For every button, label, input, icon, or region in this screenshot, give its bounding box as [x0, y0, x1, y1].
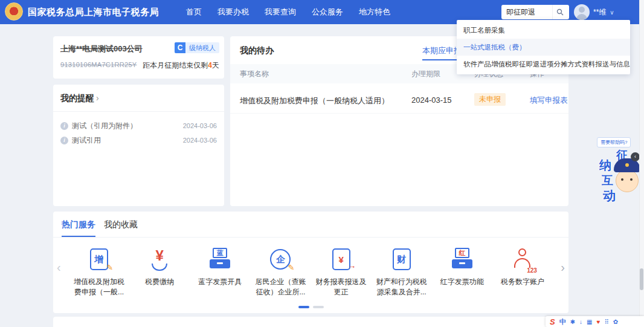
tab-my-favorites[interactable]: 我的收藏	[104, 219, 138, 230]
company-name: 上海**电局测试003公司	[60, 44, 143, 54]
carousel-next-icon[interactable]: ›	[561, 261, 565, 273]
nav-item-inquiry[interactable]: 我要查询	[265, 7, 296, 18]
service-red-invoice[interactable]: 红 红字发票功能	[432, 247, 492, 297]
reminder-text: 测试引用	[72, 135, 183, 146]
pencil-icon: ✎	[106, 263, 113, 272]
mascot-collapse-button[interactable]: ‹	[631, 152, 640, 161]
avatar[interactable]	[574, 4, 590, 20]
reminder-date: 2024-03-06	[183, 122, 217, 129]
mascot-char: 互	[602, 173, 613, 189]
filing-deadline-countdown: 距本月征期结束仅剩4天	[143, 60, 219, 71]
grade-label: 级纳税人	[185, 42, 219, 53]
divider	[53, 111, 224, 112]
pagination-dot-active[interactable]	[298, 306, 309, 308]
resident-enterprise-icon: 企 ✎	[267, 247, 294, 273]
nav-item-tax-services[interactable]: 我要办税	[217, 7, 249, 18]
fill-declaration-link[interactable]: 填写申报表	[530, 96, 568, 106]
carousel-pagination	[53, 306, 568, 308]
service-vat-declaration[interactable]: 增 ✎ 增值税及附加税费申报（一般...	[69, 247, 129, 297]
pencil-icon: ✎	[288, 263, 295, 272]
reminder-item[interactable]: i 测试（引用为附件） 2024-03-06	[60, 120, 217, 132]
todo-item-name: 增值税及附加税费申报（一般纳税人适用）	[240, 96, 389, 106]
services-card: 热门服务 我的收藏 ‹ › 增 ✎ 增值税及附加税费申报（一般... ¥ 税费缴…	[53, 212, 568, 313]
sogou-logo-icon[interactable]: S	[550, 317, 555, 326]
property-tax-icon: 财	[388, 247, 415, 273]
grade-letter: C	[175, 42, 185, 53]
main-nav: 首页 我要办税 我要查询 公众服务 地方特色	[186, 0, 390, 24]
chevron-down-icon[interactable]: ∨	[610, 9, 614, 16]
taxpayer-grade-badge[interactable]: C 级纳税人	[175, 42, 219, 53]
reminders-title[interactable]: 我的提醒›	[60, 93, 99, 104]
arrow-right-icon: ›	[96, 93, 99, 103]
service-financial-report[interactable]: ¥ → 财务报表报送及更正	[311, 247, 372, 297]
search-icon[interactable]	[552, 5, 567, 19]
red-invoice-icon: 红	[449, 247, 475, 273]
ime-tool-icon[interactable]: ✿	[613, 319, 618, 325]
service-blue-invoice[interactable]: 蓝 蓝字发票开具	[190, 247, 250, 297]
blue-invoice-icon: 蓝	[207, 247, 233, 273]
service-resident-enterprise[interactable]: 企 ✎ 居民企业（查账征收）企业所...	[250, 247, 311, 297]
app-title: 国家税务总局上海市电子税务局	[28, 0, 159, 24]
service-label: 增值税及附加税费申报（一般...	[69, 277, 129, 297]
status-badge: 未申报	[474, 93, 506, 106]
todos-title: 我的待办	[240, 45, 274, 56]
service-label: 税费缴纳	[129, 277, 190, 287]
search-suggestion-2-active[interactable]: 一站式退抵税（费）	[457, 39, 630, 56]
divider	[53, 237, 568, 238]
input-method-toolbar[interactable]: S 中 ✱ ↓ ▦ ♥ ⠿ ✿	[546, 316, 644, 327]
service-tax-payment[interactable]: ¥ 税费缴纳	[129, 247, 190, 297]
ime-mode-chinese[interactable]: 中	[559, 317, 566, 326]
nav-item-public-services[interactable]: 公众服务	[312, 7, 343, 18]
tax-bureau-logo-icon	[5, 2, 23, 21]
help-tooltip[interactable]: 需要帮助吗?	[597, 137, 631, 147]
header-search[interactable]	[501, 5, 569, 19]
ime-tool-icon[interactable]: ♥	[597, 319, 601, 325]
search-suggestion-1[interactable]: 职工名册采集	[457, 22, 630, 39]
search-input[interactable]	[501, 8, 552, 16]
ime-tool-icon[interactable]: ✱	[570, 319, 575, 325]
ime-tool-icon[interactable]: ↓	[579, 319, 582, 325]
company-card: 上海**电局测试003公司 C 级纳税人 91310106MA7C1RR25Y …	[53, 36, 224, 79]
reminder-text: 测试（引用为附件）	[72, 121, 183, 131]
todo-deadline: 2024-03-15	[411, 96, 452, 105]
service-label: 财产和行为税税源采集及合并...	[372, 277, 432, 297]
bottom-card-partial	[53, 317, 568, 327]
column-header-deadline: 办理期限	[411, 64, 440, 83]
reminder-item[interactable]: i 测试引用 2024-03-06	[60, 134, 217, 146]
tab-hot-services[interactable]: 热门服务	[62, 219, 95, 230]
info-icon: i	[60, 137, 68, 144]
pagination-dot[interactable]	[313, 306, 324, 308]
info-icon: i	[60, 122, 68, 130]
carousel-prev-icon[interactable]: ‹	[57, 261, 61, 273]
arrow-icon: →	[348, 261, 356, 270]
scrollbar-thumb[interactable]	[640, 268, 643, 290]
reminder-date: 2024-03-06	[183, 137, 217, 144]
service-label: 财务报表报送及更正	[311, 277, 372, 297]
search-suggestion-3[interactable]: 软件产品增值税即征即退进项分摊方式资料报送与信息采集	[457, 56, 630, 73]
mascot-face	[614, 158, 640, 192]
service-digital-account[interactable]: 123 税务数字账户	[492, 247, 553, 297]
taxpayer-id: 91310106MA7C1RR25Y	[60, 61, 137, 68]
nav-item-local-features[interactable]: 地方特色	[359, 7, 390, 18]
service-label: 蓝字发票开具	[190, 277, 250, 287]
nav-item-home[interactable]: 首页	[186, 7, 202, 18]
table-row: 增值税及附加税费申报（一般纳税人适用） 2024-03-15 未申报 填写申报表	[230, 87, 568, 114]
countdown-days: 4	[208, 61, 212, 70]
search-suggestions-dropdown: 职工名册采集 一站式退抵税（费） 软件产品增值税即征即退进项分摊方式资料报送与信…	[457, 20, 630, 74]
service-label: 税务数字账户	[492, 277, 553, 287]
ime-tool-icon[interactable]: ▦	[587, 319, 592, 325]
service-label: 居民企业（查账征收）企业所...	[250, 277, 311, 297]
services-row: 增 ✎ 增值税及附加税费申报（一般... ¥ 税费缴纳 蓝 蓝字发票开具 企 ✎…	[69, 247, 553, 297]
user-name[interactable]: **维	[593, 7, 606, 18]
service-label: 红字发票功能	[432, 277, 492, 287]
financial-report-icon: ¥ →	[328, 247, 355, 273]
tax-payment-icon: ¥	[146, 247, 173, 273]
mascot-char: 纳	[599, 157, 611, 173]
column-header-item-name: 事项名称	[240, 64, 269, 83]
vat-declaration-icon: 增 ✎	[86, 247, 112, 273]
ime-tool-icon[interactable]: ⠿	[604, 319, 608, 325]
digital-account-icon: 123	[509, 247, 536, 273]
tab-current-period-declarations[interactable]: 本期应申报	[422, 45, 462, 56]
reminders-card: 我的提醒› i 测试（引用为附件） 2024-03-06 i 测试引用 2024…	[53, 85, 224, 206]
service-property-behavior-tax[interactable]: 财 财产和行为税税源采集及合并...	[372, 247, 432, 297]
